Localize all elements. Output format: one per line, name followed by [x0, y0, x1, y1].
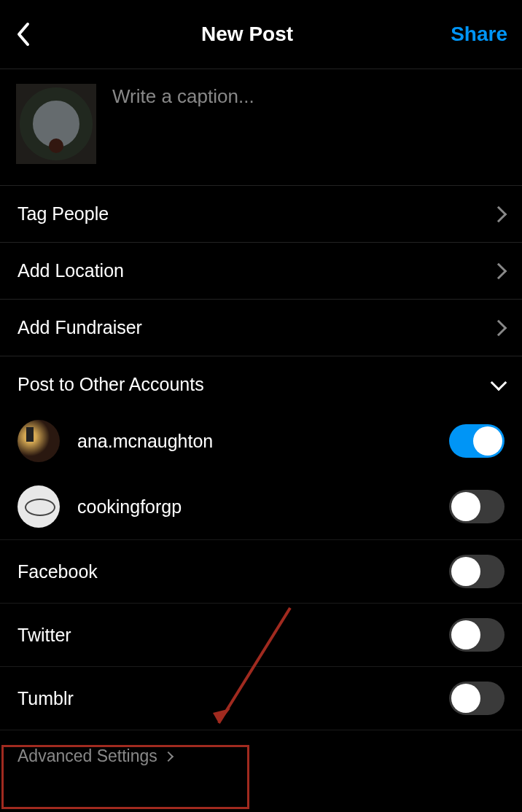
- chevron-down-icon: [491, 374, 507, 391]
- chevron-right-icon: [491, 262, 507, 279]
- add-fundraiser-row[interactable]: Add Fundraiser: [0, 300, 522, 356]
- tumblr-row: Tumblr: [0, 666, 522, 730]
- facebook-toggle[interactable]: [449, 555, 505, 588]
- account-toggle[interactable]: [449, 424, 505, 458]
- post-other-accounts-label: Post to Other Accounts: [17, 374, 204, 395]
- advanced-settings-label: Advanced Settings: [17, 746, 157, 766]
- social-label: Facebook: [17, 561, 98, 582]
- caption-area: Write a caption...: [0, 69, 522, 186]
- social-label: Tumblr: [17, 688, 74, 709]
- account-row: cookingforgp: [0, 474, 522, 539]
- tag-people-label: Tag People: [17, 203, 109, 225]
- caption-input[interactable]: Write a caption...: [112, 84, 254, 171]
- avatar: [17, 420, 60, 462]
- social-label: Twitter: [17, 625, 71, 646]
- chevron-left-icon: [15, 21, 31, 47]
- add-fundraiser-label: Add Fundraiser: [17, 317, 142, 338]
- account-row: ana.mcnaughton: [0, 408, 522, 474]
- post-thumbnail[interactable]: [16, 84, 96, 164]
- chevron-right-icon: [491, 206, 507, 222]
- add-location-row[interactable]: Add Location: [0, 243, 522, 300]
- back-button[interactable]: [15, 21, 44, 47]
- account-name: cookingforgp: [77, 496, 449, 518]
- tag-people-row[interactable]: Tag People: [0, 186, 522, 243]
- account-name: ana.mcnaughton: [77, 431, 449, 452]
- tumblr-toggle[interactable]: [449, 682, 505, 715]
- facebook-row: Facebook: [0, 539, 522, 603]
- twitter-toggle[interactable]: [449, 618, 505, 652]
- header: New Post Share: [0, 0, 522, 69]
- page-title: New Post: [201, 23, 293, 46]
- chevron-right-icon: [163, 751, 174, 761]
- advanced-settings-row[interactable]: Advanced Settings: [0, 730, 522, 782]
- post-other-accounts-header[interactable]: Post to Other Accounts: [0, 356, 522, 408]
- share-button[interactable]: Share: [451, 23, 507, 46]
- add-location-label: Add Location: [17, 260, 124, 281]
- chevron-right-icon: [491, 319, 507, 336]
- twitter-row: Twitter: [0, 603, 522, 666]
- account-toggle[interactable]: [449, 490, 505, 523]
- avatar: [17, 485, 60, 528]
